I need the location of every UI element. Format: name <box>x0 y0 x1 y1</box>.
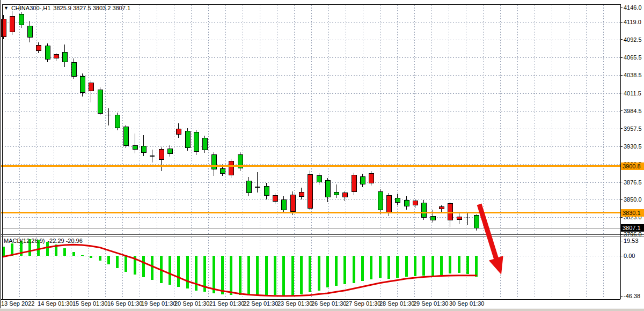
candle <box>19 14 24 25</box>
candle <box>378 191 383 210</box>
price-tick-label: 4011.5 <box>624 90 641 97</box>
macd-histogram-bar <box>475 256 478 277</box>
macd-histogram-bar <box>396 256 399 278</box>
candle <box>123 127 128 145</box>
price-tick-label: 4092.5 <box>624 36 642 43</box>
macd-histogram-bar <box>239 256 241 295</box>
macd-histogram-bar <box>326 256 329 287</box>
candle <box>325 181 330 197</box>
candle <box>273 196 277 202</box>
macd-histogram-bar <box>387 256 390 279</box>
candle <box>10 16 14 32</box>
macd-histogram-bar <box>449 256 451 273</box>
price-tick-label: 3850.0 <box>624 196 642 203</box>
candle <box>1 19 6 36</box>
date-label: 26 Sep 01:30 <box>311 300 346 307</box>
candle <box>71 62 76 76</box>
candle <box>430 216 435 220</box>
candle <box>159 150 164 159</box>
candle <box>27 26 32 38</box>
macd-histogram-bar <box>221 256 224 294</box>
macd-histogram-bar <box>274 256 276 295</box>
macd-histogram-bar <box>422 256 425 276</box>
date-label: 19 Sep 01:30 <box>141 300 176 307</box>
candle <box>264 187 269 196</box>
candle <box>133 145 137 149</box>
date-label: 23 Sep 01:30 <box>277 300 312 307</box>
date-label: 30 Sep 01:30 <box>449 300 484 307</box>
macd-histogram-bar <box>353 256 355 283</box>
macd-histogram-bar <box>81 255 84 256</box>
candle <box>395 198 400 202</box>
date-label: 22 Sep 01:30 <box>243 300 278 307</box>
chart-window: 4146.04119.04092.54065.54038.54011.53984… <box>0 0 644 311</box>
macd-histogram-bar <box>247 256 250 295</box>
price-tick-label: 3930.5 <box>624 143 642 150</box>
candle <box>474 216 479 228</box>
candle <box>421 203 426 217</box>
macd-histogram-bar <box>291 256 294 295</box>
candle <box>115 115 120 128</box>
price-tick-label: 4065.5 <box>624 54 642 61</box>
price-tick-label: 4146.0 <box>624 4 642 11</box>
candle <box>80 76 85 93</box>
macd-tick-label: 19.53 <box>624 238 639 244</box>
macd-histogram-bar <box>265 256 268 295</box>
macd-histogram-bar <box>90 256 92 257</box>
candle <box>404 200 409 206</box>
macd-histogram-bar <box>300 256 303 294</box>
candle <box>167 149 172 154</box>
level-price-badge-label: 3830.1 <box>623 210 641 216</box>
date-label: 16 Sep 01:30 <box>107 300 142 307</box>
macd-histogram-bar <box>63 248 66 256</box>
candle <box>185 131 190 147</box>
symbol-period-label: CHINA300-,H1 <box>11 5 50 11</box>
candle <box>317 176 321 182</box>
macd-values-label: -22.29 -20.96 <box>47 238 82 244</box>
macd-histogram-bar <box>379 256 382 278</box>
price-tick-label: 3984.5 <box>624 108 642 114</box>
macd-histogram-bar <box>2 247 5 256</box>
macd-histogram-bar <box>125 256 127 272</box>
macd-tick-label: 0.00 <box>624 253 635 259</box>
macd-name-label: MACD(12,26,9) <box>4 238 45 244</box>
level-price-badge-label: 3900.8 <box>623 163 641 169</box>
macd-histogram-bar <box>458 256 460 272</box>
macd-histogram-bar <box>213 256 215 293</box>
candle <box>229 161 233 175</box>
candle <box>141 146 146 153</box>
candle <box>386 196 391 213</box>
price-tick-label: 4119.0 <box>624 19 641 25</box>
date-label: 28 Sep 01:30 <box>379 300 414 307</box>
macd-histogram-bar <box>431 256 434 276</box>
date-label: 21 Sep 01:30 <box>209 300 244 307</box>
candle <box>220 168 225 173</box>
candle <box>36 45 41 50</box>
macd-histogram-bar <box>72 252 75 256</box>
candle <box>202 138 207 150</box>
candle <box>194 132 199 152</box>
candle <box>89 83 93 91</box>
macd-histogram-bar <box>256 256 259 295</box>
symbol-dropdown-icon[interactable]: ▼ <box>4 6 9 11</box>
date-label: 29 Sep 01:30 <box>413 300 448 307</box>
candle <box>413 201 418 205</box>
macd-histogram-bar <box>169 256 171 285</box>
candle <box>439 207 444 209</box>
date-label: 13 Sep 2022 <box>1 300 34 307</box>
macd-histogram-bar <box>230 256 232 294</box>
chart-canvas[interactable]: 4146.04119.04092.54065.54038.54011.53984… <box>0 0 644 311</box>
candle <box>457 217 462 219</box>
candle <box>342 193 347 197</box>
price-tick-label: 4038.5 <box>624 72 642 78</box>
macd-histogram-bar <box>361 256 364 281</box>
macd-histogram-bar <box>116 256 119 268</box>
macd-histogram-bar <box>151 256 153 280</box>
candle <box>54 55 58 58</box>
candle <box>360 176 365 184</box>
macd-histogram-bar <box>370 256 372 279</box>
macd-indicator-label: MACD(12,26,9) -22.29 -20.96 <box>4 238 83 244</box>
candle <box>281 199 286 210</box>
candle <box>246 181 251 193</box>
macd-histogram-bar <box>466 256 469 274</box>
